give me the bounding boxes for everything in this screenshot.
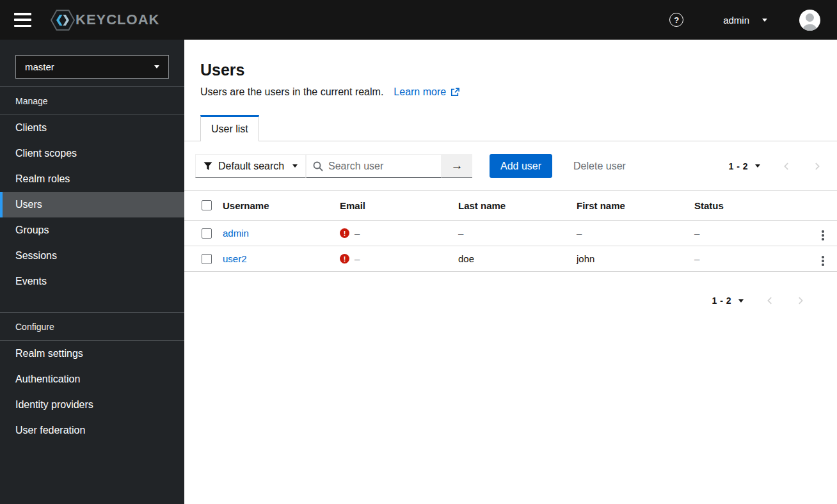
external-link-icon — [450, 88, 459, 97]
first-name-value: – — [577, 228, 582, 239]
avatar-person-icon — [806, 13, 814, 22]
sidebar-item-clients[interactable]: Clients — [0, 115, 184, 141]
table-header-row: Username Email Last name First name Stat… — [184, 191, 837, 221]
table-row: admin ! – – – – — [184, 221, 837, 246]
keycloak-hexagon-icon — [51, 10, 75, 31]
username-link[interactable]: admin — [223, 228, 249, 239]
column-header-actions — [811, 191, 837, 221]
configure-nav-list: Realm settings Authentication Identity p… — [0, 341, 184, 443]
username-link[interactable]: user2 — [223, 253, 247, 264]
search-submit-button[interactable]: → — [442, 154, 472, 178]
last-name-value: doe — [458, 253, 474, 264]
last-name-value: – — [458, 228, 463, 239]
email-value: – — [355, 228, 360, 239]
masthead-actions: ? admin — [669, 10, 820, 31]
filter-icon — [203, 162, 212, 171]
first-name-value: john — [577, 253, 594, 264]
main-content: Users Users are the users in the current… — [184, 40, 837, 504]
nav-toggle-button[interactable] — [14, 13, 31, 27]
chevron-left-icon — [782, 162, 791, 171]
previous-page-button[interactable] — [782, 162, 791, 171]
toolbar: Default search → Add user Delete user 1 … — [184, 141, 837, 190]
select-all-checkbox[interactable] — [202, 200, 212, 210]
realm-selector-value: master — [25, 61, 54, 72]
search-icon — [313, 161, 323, 171]
status-value: – — [694, 228, 699, 239]
chevron-down-icon — [292, 164, 298, 168]
email-warning-icon: ! — [340, 254, 349, 264]
sidebar-item-events[interactable]: Events — [0, 269, 184, 294]
row-checkbox[interactable] — [202, 228, 212, 239]
users-table: Username Email Last name First name Stat… — [184, 190, 837, 272]
search-box — [306, 154, 442, 178]
chevron-right-icon — [796, 296, 805, 305]
learn-more-link[interactable]: Learn more — [394, 86, 459, 98]
column-header-last-name: Last name — [450, 191, 569, 221]
previous-page-button[interactable] — [765, 296, 774, 305]
search-group: → — [306, 154, 472, 178]
tab-bar: User list — [184, 115, 837, 141]
table-row: user2 ! – doe john – — [184, 246, 837, 272]
status-value: – — [694, 253, 699, 264]
chevron-left-icon — [765, 296, 774, 305]
sidebar-item-authentication[interactable]: Authentication — [0, 366, 184, 392]
pagination-bottom: 1 - 2 — [184, 295, 837, 306]
manage-nav-list: Clients Client scopes Realm roles Users … — [0, 115, 184, 294]
user-menu-label: admin — [723, 15, 749, 26]
hamburger-icon — [14, 13, 31, 15]
column-header-email: Email — [332, 191, 450, 221]
chevron-right-icon — [813, 162, 822, 171]
avatar[interactable] — [799, 10, 820, 31]
pagination-range-dropdown[interactable]: 1 - 2 — [712, 295, 744, 306]
sidebar: master Manage Clients Client scopes Real… — [0, 40, 184, 504]
chevron-down-icon — [738, 299, 744, 303]
search-type-dropdown[interactable]: Default search — [195, 154, 306, 178]
row-checkbox[interactable] — [202, 254, 212, 264]
next-page-button[interactable] — [813, 162, 822, 171]
search-type-value: Default search — [218, 161, 284, 172]
nav-section-configure: Configure — [0, 313, 184, 340]
sidebar-item-client-scopes[interactable]: Client scopes — [0, 141, 184, 166]
page-title: Users — [200, 61, 821, 79]
brand-name: KEYCLOAK — [76, 12, 159, 28]
keycloak-logo: KEYCLOAK — [51, 10, 159, 31]
sidebar-item-realm-settings[interactable]: Realm settings — [0, 341, 184, 366]
chevron-down-icon — [762, 19, 767, 22]
nav-section-manage: Manage — [0, 87, 184, 114]
page-subtitle: Users are the users in the current realm… — [200, 86, 383, 98]
sidebar-item-identity-providers[interactable]: Identity providers — [0, 392, 184, 418]
email-value: – — [355, 253, 360, 264]
pagination-range: 1 - 2 — [728, 161, 748, 171]
pagination-range: 1 - 2 — [712, 295, 731, 306]
sidebar-item-users[interactable]: Users — [0, 192, 184, 217]
sidebar-item-user-federation[interactable]: User federation — [0, 418, 184, 443]
sidebar-item-realm-roles[interactable]: Realm roles — [0, 166, 184, 192]
user-menu-dropdown[interactable]: admin — [723, 15, 767, 26]
email-warning-icon: ! — [340, 228, 349, 238]
page-header: Users Users are the users in the current… — [184, 40, 837, 98]
column-header-username: Username — [215, 191, 332, 221]
help-icon[interactable]: ? — [669, 13, 683, 27]
row-actions-kebab-button[interactable] — [819, 253, 827, 269]
search-input[interactable] — [328, 161, 431, 172]
pagination-range-dropdown[interactable]: 1 - 2 — [728, 161, 760, 171]
spacer — [0, 294, 184, 312]
sidebar-item-groups[interactable]: Groups — [0, 217, 184, 243]
sidebar-item-sessions[interactable]: Sessions — [0, 243, 184, 269]
masthead: KEYCLOAK ? admin — [0, 0, 837, 40]
tab-user-list[interactable]: User list — [200, 115, 259, 141]
chevron-down-icon — [154, 65, 159, 68]
next-page-button[interactable] — [796, 296, 805, 305]
row-actions-kebab-button[interactable] — [819, 228, 827, 243]
pagination-top: 1 - 2 — [728, 161, 822, 171]
column-header-first-name: First name — [569, 191, 687, 221]
chevron-down-icon — [755, 164, 760, 168]
delete-user-button[interactable]: Delete user — [573, 161, 626, 172]
realm-selector[interactable]: master — [15, 55, 169, 79]
column-header-status: Status — [687, 191, 811, 221]
add-user-button[interactable]: Add user — [490, 154, 552, 178]
